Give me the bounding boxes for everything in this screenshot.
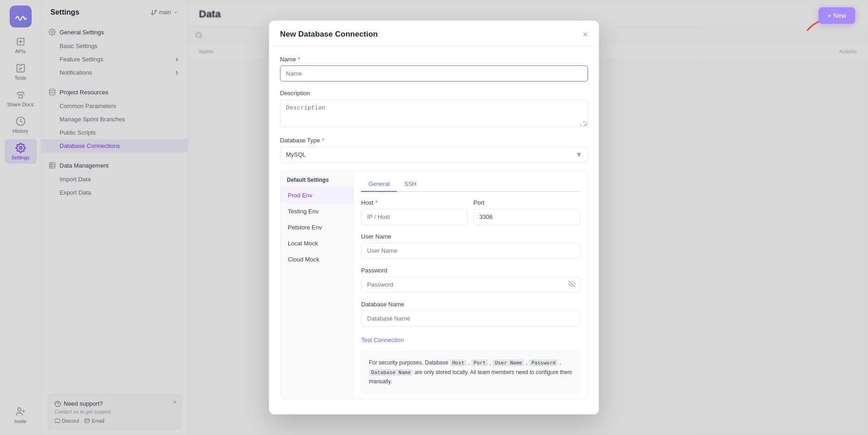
modal-title: New Database Connection (280, 30, 378, 39)
env-item-cloud-mock[interactable]: Cloud Mock (280, 251, 353, 267)
description-form-group: Description (280, 90, 588, 129)
port-label: Port (473, 199, 580, 206)
modal-body: Name * Description Database Type * MySQL… (269, 47, 599, 414)
database-name-form-group: Database Name (361, 301, 580, 326)
host-label: Host * (361, 199, 468, 206)
new-database-connection-modal: New Database Connection × Name * Descrip… (269, 21, 599, 414)
top-right-new-area: + New (819, 7, 855, 24)
connection-config-panel: General SSH Host * Port (354, 171, 588, 399)
security-notice-prefix: For security purposes, Database (369, 359, 450, 366)
name-form-group: Name * (280, 56, 588, 82)
database-type-required: * (322, 137, 324, 144)
host-input[interactable] (361, 209, 468, 225)
database-type-label: Database Type * (280, 137, 588, 144)
database-name-label: Database Name (361, 301, 580, 308)
security-tag-password: Password (529, 359, 558, 366)
username-form-group: User Name (361, 233, 580, 259)
description-textarea-wrapper (280, 99, 588, 129)
port-input[interactable] (473, 209, 580, 225)
tab-general[interactable]: General (361, 177, 397, 192)
database-type-form-group: Database Type * MySQL PostgreSQL SQLite … (280, 137, 588, 163)
modal-close-button[interactable]: × (582, 30, 588, 39)
password-toggle-icon[interactable] (568, 280, 576, 289)
security-tag-username: User Name (493, 359, 525, 366)
connection-tab-bar: General SSH (361, 177, 580, 192)
database-type-select[interactable]: MySQL PostgreSQL SQLite MongoDB (280, 147, 588, 163)
env-item-local-mock[interactable]: Local Mock (280, 235, 353, 251)
database-type-select-wrapper: MySQL PostgreSQL SQLite MongoDB ▼ (280, 147, 588, 163)
name-input[interactable] (280, 65, 588, 82)
default-settings-label: Default Settings (280, 171, 353, 187)
host-form-group: Host * (361, 199, 468, 225)
description-label: Description (280, 90, 588, 97)
password-input-wrapper (361, 277, 580, 293)
username-input[interactable] (361, 243, 580, 259)
test-connection-link[interactable]: Test Connection (361, 337, 404, 343)
password-label: Password (361, 267, 580, 274)
description-textarea[interactable] (280, 99, 588, 127)
name-required: * (298, 56, 300, 63)
new-button-top[interactable]: + New (819, 7, 855, 24)
security-tag-port: Port (471, 359, 488, 366)
env-item-petstore-env[interactable]: Petstore Env (280, 219, 353, 235)
modal-header: New Database Connection × (269, 21, 599, 47)
username-label: User Name (361, 233, 580, 240)
tab-ssh[interactable]: SSH (397, 177, 424, 192)
svg-line-17 (583, 121, 585, 123)
password-input[interactable] (361, 277, 580, 293)
password-form-group: Password (361, 267, 580, 293)
env-item-testing-env[interactable]: Testing Env (280, 203, 353, 219)
svg-line-18 (581, 124, 582, 125)
settings-panel: Default Settings Prod Env Testing Env Pe… (280, 171, 588, 399)
port-form-group: Port (473, 199, 580, 225)
host-port-row: Host * Port (361, 199, 580, 233)
env-panel: Default Settings Prod Env Testing Env Pe… (280, 171, 354, 399)
env-item-prod-env[interactable]: Prod Env (280, 187, 353, 203)
database-name-input[interactable] (361, 310, 580, 326)
security-tag-dbname: Database Name (369, 369, 413, 376)
resize-icon (580, 120, 585, 126)
security-notice: For security purposes, Database Host , P… (361, 351, 580, 393)
name-label: Name * (280, 56, 588, 63)
security-tag-host: Host (450, 359, 467, 366)
